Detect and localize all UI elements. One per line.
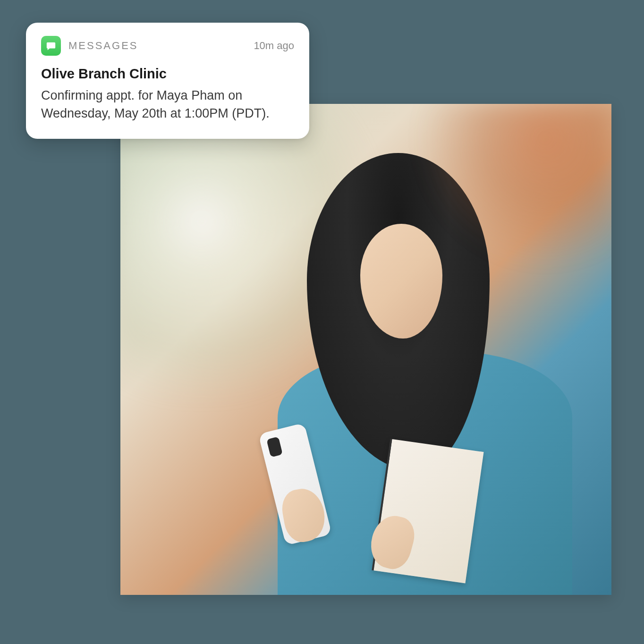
notification-body: Confirming appt. for Maya Pham on Wednes…: [41, 86, 294, 123]
notification-timestamp: 10m ago: [254, 40, 294, 52]
notification-sender: Olive Branch Clinic: [41, 66, 294, 82]
notification-card[interactable]: MESSAGES 10m ago Olive Branch Clinic Con…: [26, 23, 309, 139]
person-figure: [278, 153, 572, 595]
notification-app-name: MESSAGES: [68, 40, 254, 52]
message-bubble-icon: [46, 41, 56, 51]
messages-app-icon: [41, 36, 61, 56]
notification-header: MESSAGES 10m ago: [41, 36, 294, 56]
background-photo: [120, 104, 611, 595]
